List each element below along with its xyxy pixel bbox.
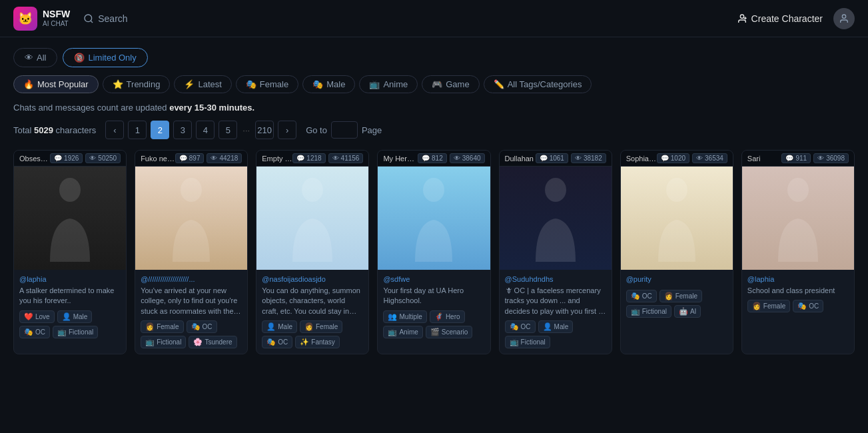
goto-input[interactable] (331, 121, 358, 139)
message-count: 👁38640 (450, 153, 485, 163)
character-card[interactable]: Sophia and I... 💬1020 👁36534 @purity🎭OC👩… (620, 150, 733, 354)
card-image (742, 167, 854, 270)
category-tab-trending[interactable]: ⭐Trending (103, 75, 171, 93)
tag-fictional[interactable]: 📺Fictional (626, 305, 671, 318)
page-btn-last[interactable]: 210 (255, 121, 274, 139)
tag-fictional[interactable]: 📺Fictional (141, 336, 186, 348)
tag-icon: 📺 (145, 338, 155, 346)
tag-fantasy[interactable]: ✨Fantasy (295, 336, 340, 348)
tag-anime[interactable]: 📺Anime (383, 326, 422, 338)
avatar[interactable] (833, 8, 855, 29)
svg-point-7 (302, 178, 323, 202)
tag-icon: 🎭 (191, 322, 201, 331)
category-tab-female[interactable]: 🎭Female (236, 75, 298, 93)
tag-tsundere[interactable]: 🌸Tsundere (189, 336, 236, 348)
character-silhouette (135, 167, 247, 270)
header-right: Create Character (737, 8, 855, 29)
card-stats: 💬1218 👁41156 (292, 153, 363, 163)
character-card[interactable]: Sari 💬911 👁36098 @laphiaSchool and class… (741, 150, 855, 354)
tag-fictional[interactable]: 📺Fictional (505, 336, 550, 348)
filter-tab-all[interactable]: 👁All (13, 48, 57, 67)
page-btn-1[interactable]: 1 (128, 121, 147, 139)
page-btn-4[interactable]: 4 (196, 121, 215, 139)
card-description: 🗡 OC | a faceless mercenary tracks you d… (505, 286, 606, 316)
card-author: @laphia (747, 275, 849, 283)
tag-oc[interactable]: 🎭OC (626, 290, 657, 302)
tag-oc[interactable]: 🎭OC (505, 320, 536, 333)
tag-male[interactable]: 👤Male (262, 320, 297, 333)
category-tab-tags[interactable]: ✏️All Tags/Categories (484, 75, 592, 93)
create-character-button[interactable]: Create Character (737, 13, 823, 24)
character-silhouette (621, 167, 733, 270)
tag-label: Fictional (521, 338, 546, 346)
tag-label: Female (157, 323, 179, 330)
tag-male[interactable]: 👤Male (57, 310, 93, 323)
tag-icon: 📺 (631, 307, 640, 316)
tag-icon: 👩 (304, 322, 314, 331)
card-tags: 👥Multiple🦸Hero📺Anime🎬Scenario (383, 310, 484, 338)
tag-label: Love (35, 313, 50, 320)
tag-hero[interactable]: 🦸Hero (430, 310, 465, 323)
card-image (135, 167, 247, 270)
tag-label: Fantasy (311, 338, 335, 346)
search-button[interactable]: Search (83, 13, 127, 24)
filter-tab-limited[interactable]: 🔞Limited Only (63, 48, 147, 67)
tag-icon: 👤 (543, 322, 552, 331)
card-description: A stalker determined to make you his for… (19, 286, 121, 306)
logo-icon: 🐱 (13, 7, 37, 31)
character-card[interactable]: Dullahan 💬1061 👁38182 @Suduhdndhs🗡 OC | … (499, 150, 612, 354)
pagination-prev[interactable]: ‹ (105, 121, 124, 139)
character-silhouette (256, 167, 368, 270)
character-card[interactable]: Empty Space... 💬1218 👁41156 @nasfoijasdi… (256, 150, 369, 354)
category-tab-male[interactable]: 🎭Male (302, 75, 355, 93)
page-label: Page (362, 125, 382, 135)
pagination-next[interactable]: › (278, 121, 296, 139)
cat-icon: ⭐ (113, 79, 123, 89)
tag-oc[interactable]: 🎭OC (19, 326, 50, 338)
app-sub: AI CHAT (43, 20, 70, 27)
card-tags: 👩Female🎭OC📺Fictional🌸Tsundere (141, 320, 242, 348)
tag-label: OC (521, 323, 531, 330)
tag-male[interactable]: 👤Male (538, 320, 574, 333)
main-content: 👁All🔞Limited Only 🔥Most Popular⭐Trending… (0, 37, 868, 365)
page-btn-3[interactable]: 3 (173, 121, 192, 139)
logo-area: 🐱 NSFW AI CHAT (13, 7, 70, 31)
tag-ai[interactable]: 🤖AI (674, 305, 701, 318)
tag-female[interactable]: 👩Female (659, 290, 702, 302)
page-btn-5[interactable]: 5 (218, 121, 237, 139)
category-tab-anime[interactable]: 📺Anime (359, 75, 418, 93)
tag-female[interactable]: 👩Female (141, 320, 183, 333)
tag-label: OC (809, 302, 819, 310)
tag-oc[interactable]: 🎭OC (793, 300, 823, 312)
character-card[interactable]: Fuko nezuha... 💬897 👁44218 @////////////… (135, 150, 248, 354)
tag-icon: ✨ (300, 338, 309, 346)
card-title: Sophia and I... (626, 155, 657, 163)
card-image (378, 167, 490, 270)
card-header: Obsessive St... 💬1926 👁50250 (14, 151, 126, 167)
card-title: Fuko nezuha... (141, 155, 175, 163)
tag-fictional[interactable]: 📺Fictional (53, 326, 98, 338)
tag-love[interactable]: ❤️Love (19, 310, 55, 323)
category-tab-popular[interactable]: 🔥Most Popular (13, 75, 99, 93)
tag-multiple[interactable]: 👥Multiple (383, 310, 426, 323)
tag-female[interactable]: 👩Female (747, 300, 790, 312)
tag-oc[interactable]: 🎭OC (262, 336, 292, 348)
page-btn-2[interactable]: 2 (151, 121, 169, 139)
character-silhouette (742, 167, 854, 270)
tag-label: Multiple (399, 313, 422, 320)
notice-bar: Chats and messages count are updated eve… (13, 103, 855, 113)
tag-oc[interactable]: 🎭OC (187, 320, 217, 333)
chat-count: 💬1926 (50, 153, 83, 163)
character-card[interactable]: My Hero Aca... 💬812 👁38640 @sdfweYour fi… (377, 150, 490, 354)
cat-icon: 🎭 (312, 79, 323, 89)
tag-label: Fictional (69, 328, 93, 336)
cat-icon: ⚡ (184, 79, 195, 89)
character-card[interactable]: Obsessive St... 💬1926 👁50250 @laphiaA st… (13, 150, 127, 354)
tag-scenario[interactable]: 🎬Scenario (426, 326, 472, 338)
cat-label: Male (326, 79, 345, 89)
tag-label: Fictional (642, 308, 667, 315)
app-name: NSFW (43, 9, 70, 19)
tag-female[interactable]: 👩Female (300, 320, 342, 333)
category-tab-latest[interactable]: ⚡Latest (174, 75, 231, 93)
category-tab-game[interactable]: 🎮Game (422, 75, 479, 93)
